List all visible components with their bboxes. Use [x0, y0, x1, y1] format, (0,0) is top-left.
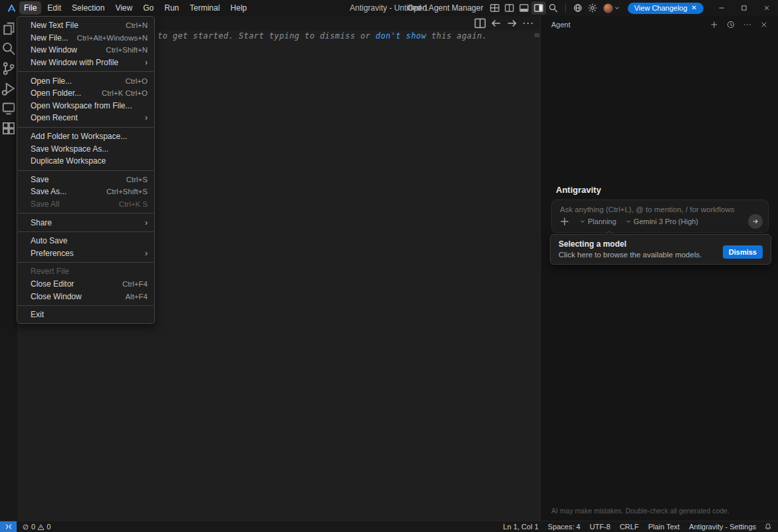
- menu-item-shortcut: Alt+F4: [125, 293, 148, 301]
- menu-go[interactable]: Go: [138, 1, 158, 15]
- new-text-file-menu-item[interactable]: New Text FileCtrl+N: [17, 19, 154, 32]
- avatar: [603, 3, 613, 13]
- menu-edit[interactable]: Edit: [43, 1, 66, 15]
- forward-icon[interactable]: [505, 17, 519, 29]
- open-folder-menu-item[interactable]: Open Folder...Ctrl+K Ctrl+O: [17, 87, 154, 100]
- new-window-menu-item[interactable]: New WindowCtrl+Shift+N: [17, 44, 154, 57]
- status-bar: 0 0 Ln 1, Col 1Spaces: 4UTF-8CRLFPlain T…: [0, 521, 778, 532]
- plus-icon[interactable]: [708, 19, 720, 31]
- cursor-position[interactable]: Ln 1, Col 1: [499, 521, 543, 532]
- extensions-icon[interactable]: [1, 120, 17, 137]
- menu-item-label: Save All: [31, 200, 119, 209]
- explorer-icon[interactable]: [1, 20, 17, 37]
- revert-file-menu-item: Revert File: [17, 265, 154, 278]
- remote-explorer-icon[interactable]: [1, 100, 17, 117]
- remote-icon: [5, 523, 13, 531]
- encoding[interactable]: UTF-8: [585, 521, 615, 532]
- watermark-suffix: this again.: [426, 31, 487, 41]
- remote-indicator[interactable]: [0, 521, 17, 532]
- error-icon: [22, 523, 29, 531]
- editor-scrollbar[interactable]: [535, 33, 539, 37]
- indentation[interactable]: Spaces: 4: [543, 521, 585, 532]
- close-window-button[interactable]: [755, 0, 778, 16]
- save-menu-item[interactable]: SaveCtrl+S: [17, 174, 154, 186]
- share-menu-item[interactable]: Share›: [17, 216, 154, 229]
- warning-icon: [37, 523, 45, 531]
- menu-separator: [18, 170, 154, 171]
- send-button[interactable]: [748, 214, 763, 229]
- menu-file[interactable]: File: [19, 1, 41, 15]
- view-changelog-button[interactable]: View Changelog ✕: [628, 3, 704, 14]
- auto-save-menu-item[interactable]: Auto Save: [17, 235, 154, 247]
- menu-item-label: New File...: [31, 33, 77, 43]
- run-debug-icon[interactable]: [1, 80, 17, 97]
- notifications-bell[interactable]: [761, 521, 778, 532]
- titlebar-divider: [565, 4, 566, 13]
- antigravity-settings[interactable]: Antigravity - Settings: [684, 521, 761, 532]
- menu-item-label: Preferences: [31, 249, 145, 258]
- menu-terminal[interactable]: Terminal: [185, 1, 224, 15]
- end-of-line[interactable]: CRLF: [615, 521, 644, 532]
- more-icon[interactable]: [521, 17, 535, 29]
- antigravity-window: FileEditSelectionViewGoRunTerminalHelp A…: [0, 0, 778, 532]
- menu-item-shortcut: Ctrl+Shift+N: [106, 46, 148, 54]
- menu-separator: [18, 305, 154, 306]
- title-bar: FileEditSelectionViewGoRunTerminalHelp A…: [0, 0, 778, 16]
- close-icon[interactable]: [758, 19, 770, 31]
- chevron-down-icon: [614, 5, 620, 11]
- open-file-menu-item[interactable]: Open File...Ctrl+O: [17, 74, 154, 87]
- agent-manager-icon[interactable]: [487, 1, 502, 15]
- search-icon[interactable]: [1, 40, 17, 57]
- chevron-down-icon: [625, 218, 632, 225]
- changelog-close-icon[interactable]: ✕: [692, 5, 697, 11]
- history-icon: [726, 20, 735, 29]
- menu-item-shortcut: Ctrl+K Ctrl+O: [102, 89, 148, 97]
- save-as-menu-item[interactable]: Save As...Ctrl+Shift+S: [17, 186, 154, 198]
- language-mode[interactable]: Plain Text: [644, 521, 685, 532]
- maximize-button[interactable]: [733, 0, 755, 16]
- new-window-with-profile-menu-item[interactable]: New Window with Profile›: [17, 57, 154, 69]
- panel-bottom-icon[interactable]: [517, 1, 531, 15]
- new-file-menu-item[interactable]: New File...Ctrl+Alt+Windows+N: [17, 32, 154, 45]
- menu-item-label: Open Workspace from File...: [31, 101, 148, 110]
- search-icon[interactable]: [546, 1, 561, 15]
- dismiss-button[interactable]: Dismiss: [723, 245, 763, 259]
- menu-run[interactable]: Run: [160, 1, 184, 15]
- menu-item-label: New Window: [31, 45, 106, 55]
- submenu-arrow-icon: ›: [145, 113, 148, 122]
- dont-show-link[interactable]: don't show: [376, 31, 426, 41]
- close-editor-menu-item[interactable]: Close EditorCtrl+F4: [17, 278, 154, 291]
- back-icon[interactable]: [489, 17, 503, 29]
- menu-separator: [18, 71, 154, 72]
- panel-right-icon[interactable]: [531, 1, 546, 15]
- split-editor-icon[interactable]: [473, 17, 487, 29]
- menu-view[interactable]: View: [110, 1, 137, 15]
- model-selector[interactable]: Gemini 3 Pro (High): [625, 217, 698, 225]
- account-avatar[interactable]: [603, 3, 620, 13]
- source-control-icon[interactable]: [1, 60, 17, 77]
- close-window-menu-item[interactable]: Close WindowAlt+F4: [17, 290, 154, 303]
- exit-menu-item[interactable]: Exit: [17, 309, 154, 321]
- menu-help[interactable]: Help: [226, 1, 252, 15]
- split-columns-icon[interactable]: [502, 1, 517, 15]
- history-icon[interactable]: [725, 19, 737, 31]
- menu-item-shortcut: Ctrl+S: [126, 176, 148, 184]
- menu-selection[interactable]: Selection: [67, 1, 109, 15]
- duplicate-workspace-menu-item[interactable]: Duplicate Workspace: [17, 155, 154, 168]
- agent-chat-input[interactable]: Ask anything (Ctrl+L), @ to mention, / f…: [551, 200, 769, 233]
- gear-icon[interactable]: [585, 1, 600, 15]
- browser-icon[interactable]: [571, 1, 585, 15]
- open-workspace-from-file-menu-item[interactable]: Open Workspace from File...: [17, 100, 154, 112]
- open-recent-menu-item[interactable]: Open Recent›: [17, 112, 154, 124]
- save-workspace-as-menu-item[interactable]: Save Workspace As...: [17, 142, 154, 155]
- problems-indicator[interactable]: 0 0: [17, 523, 56, 531]
- preferences-menu-item[interactable]: Preferences›: [17, 247, 154, 260]
- add-context-button[interactable]: [559, 215, 571, 227]
- more-icon[interactable]: [741, 19, 753, 31]
- mode-selector[interactable]: Planning: [579, 217, 616, 225]
- editor-watermark: to get started. Start typing to dismiss …: [158, 31, 487, 41]
- file-menu-dropdown: New Text FileCtrl+NNew File...Ctrl+Alt+W…: [17, 16, 155, 324]
- add-folder-to-workspace-menu-item[interactable]: Add Folder to Workspace...: [17, 130, 154, 143]
- close-icon: [763, 4, 771, 12]
- minimize-button[interactable]: [710, 0, 733, 16]
